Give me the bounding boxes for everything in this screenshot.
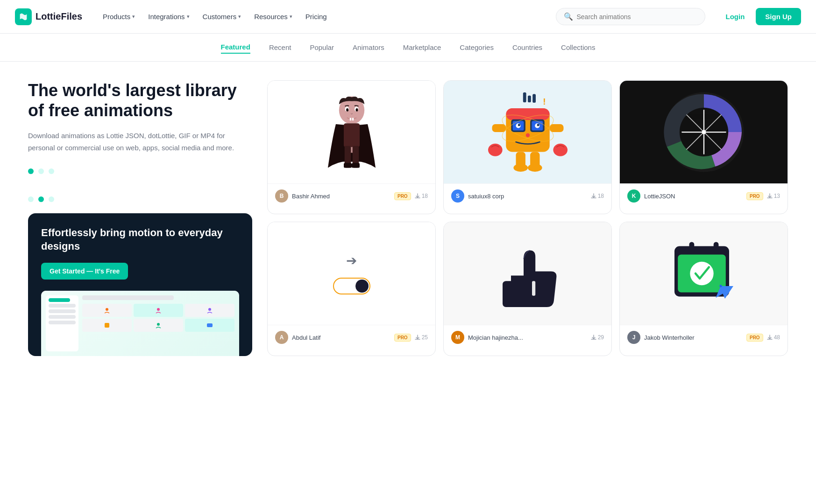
animation-footer: A Abdul Latif PRO 25: [268, 325, 435, 350]
subnav-animators[interactable]: Animators: [353, 42, 384, 53]
svg-point-34: [537, 124, 539, 126]
dot-4[interactable]: [28, 196, 34, 202]
dot-2[interactable]: [38, 168, 44, 174]
chevron-down-icon: ▾: [187, 14, 190, 20]
header-actions: Login Sign Up: [720, 8, 802, 25]
svg-point-9: [346, 108, 348, 112]
search-bar[interactable]: 🔍: [556, 8, 705, 25]
search-input[interactable]: [577, 13, 697, 21]
mock-item: [49, 309, 76, 313]
promo-screenshot: [41, 291, 239, 356]
svg-rect-25: [506, 108, 550, 120]
creator-name: Jakob Winterholler: [644, 334, 743, 341]
animation-footer: B Bashir Ahmed PRO 18: [268, 183, 435, 208]
animation-card-5[interactable]: J Jakob Winterholler PRO 48: [619, 222, 788, 356]
animation-card-2[interactable]: K LottieJSON PRO 13: [619, 80, 788, 214]
left-panel: The world's largest library of free anim…: [28, 80, 252, 356]
animation-footer: S satuiux8 corp 18: [444, 183, 611, 208]
subnav-categories[interactable]: Categories: [460, 42, 494, 53]
dot-1[interactable]: [28, 168, 34, 174]
dot-6[interactable]: [49, 196, 54, 202]
logo-text: LottieFiles: [35, 11, 82, 22]
animation-preview: [268, 81, 435, 183]
svg-rect-19: [352, 163, 360, 168]
nav-integrations[interactable]: Integrations ▾: [142, 9, 195, 24]
hero-description: Download animations as Lottie JSON, dotL…: [28, 130, 252, 154]
svg-point-33: [518, 124, 520, 126]
chevron-down-icon: ▾: [238, 14, 241, 20]
signup-button[interactable]: Sign Up: [756, 8, 801, 25]
promo-card: Effortlessly bring motion to everyday de…: [28, 213, 252, 356]
dot-5[interactable]: [38, 196, 44, 202]
svg-rect-3: [105, 323, 109, 328]
toggle-visual: ➔: [333, 253, 370, 294]
dot-3[interactable]: [49, 168, 54, 174]
sub-nav: Featured Recent Popular Animators Market…: [0, 34, 816, 62]
creator-avatar: M: [451, 331, 464, 344]
nav-pricing[interactable]: Pricing: [300, 9, 333, 24]
animation-preview: ➔: [268, 222, 435, 325]
svg-rect-18: [344, 163, 352, 168]
header: LottieFiles Products ▾ Integrations ▾ Cu…: [0, 0, 816, 34]
creator-avatar: J: [627, 331, 640, 344]
mock-cell: [134, 319, 183, 332]
animation-card-3[interactable]: ➔ A Abdul Latif PRO 25: [267, 222, 436, 356]
subnav-marketplace[interactable]: Marketplace: [403, 42, 441, 53]
arrow-icon: ➔: [346, 253, 357, 268]
nav-products[interactable]: Products ▾: [97, 9, 141, 24]
get-started-button[interactable]: Get Started — It's Free: [41, 263, 128, 280]
toggle-thumb: [355, 280, 369, 293]
logo[interactable]: LottieFiles: [15, 8, 82, 25]
svg-point-63: [690, 262, 713, 285]
download-count: 29: [591, 334, 604, 341]
promo-title: Effortlessly bring motion to everyday de…: [41, 226, 239, 253]
animation-preview: !: [444, 81, 611, 183]
animation-footer: M Mojician hajinezha... 29: [444, 325, 611, 350]
animation-card-0[interactable]: B Bashir Ahmed PRO 18: [267, 80, 436, 214]
chevron-down-icon: ▾: [290, 14, 292, 20]
svg-point-65: [719, 285, 722, 287]
creator-avatar: B: [275, 189, 288, 203]
nav-resources[interactable]: Resources ▾: [248, 9, 298, 24]
chevron-down-icon: ▾: [132, 14, 135, 20]
animation-card-4[interactable]: M Mojician hajinezha... 29: [443, 222, 612, 356]
creator-name: Mojician hajinezha...: [468, 334, 587, 341]
mock-item: [49, 321, 76, 324]
subnav-featured[interactable]: Featured: [221, 41, 250, 54]
animation-footer: K LottieJSON PRO 13: [620, 183, 788, 208]
creator-name: satuiux8 corp: [468, 193, 587, 200]
content-mock: [82, 295, 234, 351]
animations-grid: B Bashir Ahmed PRO 18 !: [267, 80, 788, 356]
subnav-countries[interactable]: Countries: [512, 42, 542, 53]
mock-cell: [82, 319, 132, 332]
svg-rect-5: [207, 323, 213, 327]
search-icon: 🔍: [564, 12, 573, 21]
svg-rect-21: [528, 96, 531, 102]
svg-rect-13: [344, 123, 360, 147]
subnav-collections[interactable]: Collections: [561, 42, 595, 53]
svg-rect-58: [532, 281, 535, 296]
subnav-popular[interactable]: Popular: [310, 42, 334, 53]
svg-point-0: [106, 308, 108, 311]
logo-icon: [15, 8, 32, 25]
mock-header: [82, 295, 174, 300]
svg-point-56: [702, 130, 706, 134]
toggle-switch: [333, 278, 370, 294]
pro-badge: PRO: [746, 192, 763, 200]
svg-rect-20: [523, 92, 526, 102]
svg-point-4: [157, 323, 160, 326]
mock-item: [49, 304, 76, 308]
main-content: The world's largest library of free anim…: [0, 62, 816, 375]
animation-footer: J Jakob Winterholler PRO 48: [620, 325, 788, 350]
animation-card-1[interactable]: !: [443, 80, 612, 214]
mock-cell: [185, 319, 234, 332]
carousel-dots-bottom: [28, 196, 252, 202]
subnav-recent[interactable]: Recent: [269, 42, 291, 53]
nav-customers[interactable]: Customers ▾: [197, 9, 247, 24]
pro-badge: PRO: [746, 334, 763, 342]
creator-name: Abdul Latif: [292, 334, 390, 341]
download-count: 18: [415, 193, 428, 199]
login-button[interactable]: Login: [720, 9, 751, 24]
mock-grid: [82, 304, 234, 332]
download-count: 18: [591, 193, 604, 199]
